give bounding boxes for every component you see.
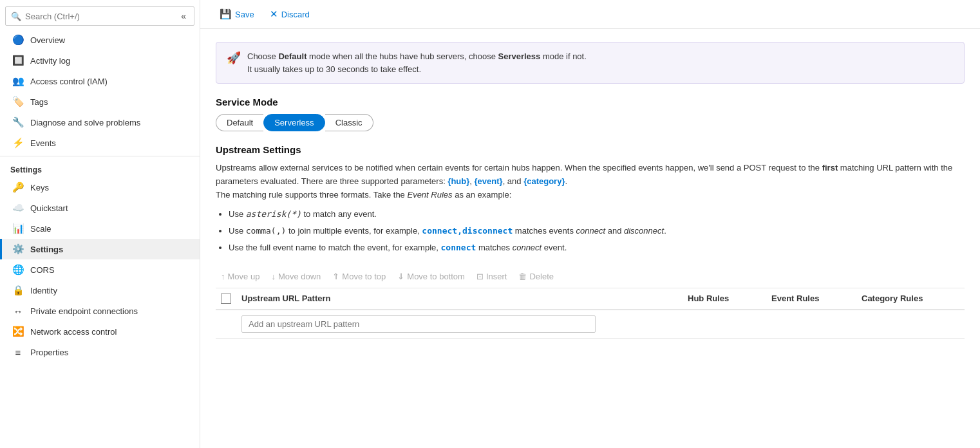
upstream-bullets: Use asterisk(*) to match any event. Use …	[229, 208, 965, 254]
sidebar-item-diagnose[interactable]: 🔧 Diagnose and solve problems	[0, 112, 200, 133]
sidebar-item-activity-log[interactable]: 🔲 Activity log	[0, 50, 200, 71]
sidebar-item-label: Keys	[30, 183, 49, 192]
bullet-2: Use comma(,) to join multiple events, fo…	[229, 225, 965, 238]
sidebar: 🔍 « 🔵 Overview 🔲 Activity log 👥 Access c…	[0, 0, 200, 448]
discard-label: Discard	[281, 10, 310, 19]
search-bar[interactable]: 🔍 «	[5, 6, 194, 26]
upstream-description: Upstreams allow external services to be …	[216, 162, 965, 201]
move-down-icon: ↓	[271, 272, 276, 281]
url-input-row	[216, 310, 965, 339]
settings-icon: ⚙️	[12, 243, 24, 255]
sidebar-item-cors[interactable]: 🌐 CORS	[0, 259, 200, 280]
sidebar-item-events[interactable]: ⚡ Events	[0, 133, 200, 153]
move-to-bottom-button[interactable]: ⇓ Move to bottom	[392, 269, 470, 284]
table-header: Upstream URL Pattern Hub Rules Event Rul…	[216, 288, 965, 310]
delete-button[interactable]: 🗑 Delete	[513, 269, 559, 284]
connect-italic: connect	[576, 226, 606, 236]
sidebar-item-label: Private endpoint connections	[30, 306, 138, 316]
private-endpoint-icon: ↔️	[12, 305, 24, 317]
keys-icon: 🔑	[12, 182, 24, 193]
events-icon: ⚡	[12, 137, 24, 149]
save-button[interactable]: 💾 Save	[213, 5, 261, 23]
sidebar-item-scale[interactable]: 📊 Scale	[0, 218, 200, 239]
upstream-desc-p2: The matching rule supports three formats…	[216, 189, 965, 202]
move-to-bottom-icon: ⇓	[397, 272, 404, 281]
insert-icon: ⊡	[476, 272, 484, 281]
properties-icon: ≡	[12, 346, 24, 358]
network-access-icon: 🔀	[12, 326, 24, 337]
connect-disconnect-link[interactable]: connect,disconnect	[422, 226, 513, 236]
select-all-checkbox[interactable]	[221, 294, 231, 304]
default-bold: Default	[278, 51, 306, 61]
sidebar-item-network-access[interactable]: 🔀 Network access control	[0, 321, 200, 342]
param-category: {category}	[523, 176, 565, 186]
move-to-top-button[interactable]: ⇑ Move to top	[327, 269, 391, 284]
url-pattern-input[interactable]	[241, 315, 596, 333]
info-banner-text: Choose Default mode when all the hubs ha…	[247, 50, 587, 75]
sidebar-item-label: CORS	[30, 265, 55, 275]
header-check	[221, 294, 241, 304]
collapse-button[interactable]: «	[178, 10, 189, 23]
tags-icon: 🏷️	[12, 96, 24, 107]
insert-label: Insert	[486, 272, 507, 281]
sidebar-item-label: Identity	[30, 286, 57, 295]
header-event: Event Rules	[771, 294, 862, 303]
connect-link[interactable]: connect	[441, 243, 476, 252]
diagnose-icon: 🔧	[12, 117, 24, 128]
sidebar-item-label: Properties	[30, 348, 68, 357]
quickstart-icon: ☁️	[12, 202, 24, 214]
sidebar-item-tags[interactable]: 🏷️ Tags	[0, 91, 200, 112]
event-rules-italic: Event Rules	[407, 190, 452, 200]
access-control-icon: 👥	[12, 75, 24, 87]
action-bar: ↑ Move up ↓ Move down ⇑ Move to top ⇓ Mo…	[216, 265, 965, 288]
scale-icon: 📊	[12, 223, 24, 234]
sidebar-item-label: Overview	[30, 35, 65, 45]
sidebar-item-private-endpoint[interactable]: ↔️ Private endpoint connections	[0, 301, 200, 321]
first-bold: first	[822, 163, 838, 173]
service-mode-title: Service Mode	[216, 97, 965, 107]
settings-section-label: Settings	[0, 159, 200, 177]
toolbar: 💾 Save ✕ Discard	[200, 0, 980, 29]
bullet-1: Use asterisk(*) to match any event.	[229, 208, 965, 221]
mode-default-button[interactable]: Default	[216, 114, 263, 131]
move-up-button[interactable]: ↑ Move up	[216, 269, 265, 284]
sidebar-item-properties[interactable]: ≡ Properties	[0, 342, 200, 362]
move-up-label: Move up	[228, 272, 260, 281]
sidebar-item-label: Tags	[30, 97, 48, 107]
service-mode-group: Default Serverless Classic	[216, 114, 965, 131]
sidebar-item-overview[interactable]: 🔵 Overview	[0, 30, 200, 50]
delete-icon: 🗑	[518, 272, 527, 281]
info-banner: 🚀 Choose Default mode when all the hubs …	[216, 42, 965, 84]
move-to-bottom-label: Move to bottom	[407, 272, 465, 281]
serverless-bold: Serverless	[498, 51, 541, 61]
sidebar-settings-group: 🔑 Keys ☁️ Quickstart 📊 Scale ⚙️ Settings…	[0, 177, 200, 362]
rocket-icon: 🚀	[227, 51, 241, 65]
sidebar-item-label: Settings	[30, 245, 63, 254]
sidebar-item-quickstart[interactable]: ☁️ Quickstart	[0, 198, 200, 218]
sidebar-item-access-control[interactable]: 👥 Access control (IAM)	[0, 71, 200, 91]
activity-log-icon: 🔲	[12, 55, 24, 66]
service-mode-section: Service Mode Default Serverless Classic	[216, 97, 965, 131]
comma-code: comma(,)	[246, 226, 287, 236]
info-banner-line1: Choose Default mode when all the hubs ha…	[247, 50, 587, 63]
save-label: Save	[235, 10, 254, 19]
sidebar-item-identity[interactable]: 🔒 Identity	[0, 280, 200, 301]
sidebar-item-keys[interactable]: 🔑 Keys	[0, 177, 200, 198]
mode-serverless-button[interactable]: Serverless	[263, 114, 325, 131]
info-banner-line2: It usually takes up to 30 seconds to tak…	[247, 63, 587, 76]
search-input[interactable]	[25, 12, 174, 21]
sidebar-item-label: Diagnose and solve problems	[30, 118, 140, 127]
upstream-section: Upstream Settings Upstreams allow extern…	[216, 144, 965, 339]
search-icon: 🔍	[11, 12, 21, 21]
sidebar-nav-top: 🔵 Overview 🔲 Activity log 👥 Access contr…	[0, 30, 200, 153]
sidebar-item-label: Access control (IAM)	[30, 77, 108, 86]
param-event: {event}	[475, 176, 503, 186]
discard-button[interactable]: ✕ Discard	[263, 5, 316, 23]
sidebar-item-settings[interactable]: ⚙️ Settings	[0, 239, 200, 259]
upstream-table: Upstream URL Pattern Hub Rules Event Rul…	[216, 288, 965, 339]
mode-classic-button[interactable]: Classic	[325, 114, 373, 131]
insert-button[interactable]: ⊡ Insert	[471, 269, 513, 284]
sidebar-item-label: Scale	[30, 224, 52, 234]
move-down-button[interactable]: ↓ Move down	[266, 269, 326, 284]
move-down-label: Move down	[278, 272, 321, 281]
